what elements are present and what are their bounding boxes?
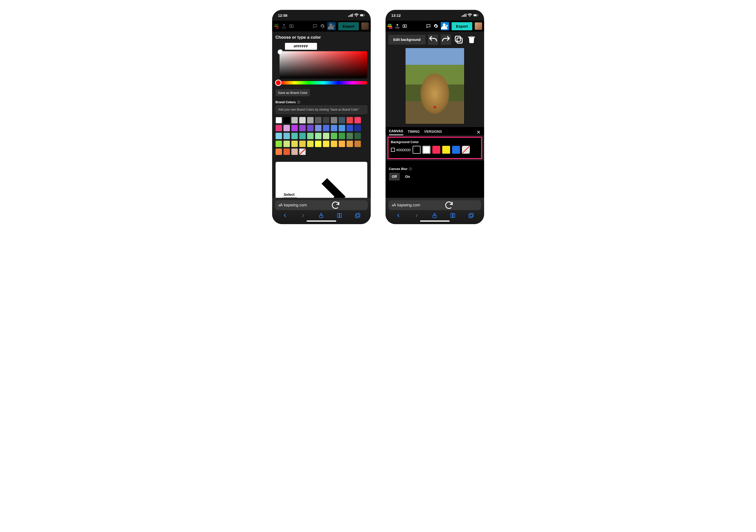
select-color-button[interactable]: Select #FFFFFF (276, 162, 367, 198)
upload-icon[interactable] (282, 24, 286, 29)
hex-display[interactable]: #FFFFFF (285, 43, 317, 50)
color-swatch[interactable] (315, 117, 321, 123)
export-button[interactable]: Export (451, 22, 472, 30)
color-swatch[interactable] (291, 148, 298, 155)
back-icon[interactable] (395, 213, 401, 218)
color-swatch[interactable] (331, 133, 337, 139)
blur-off-button[interactable]: Off (389, 173, 400, 181)
url-bar[interactable]: AA kapwing.com (275, 200, 368, 210)
delete-button[interactable] (466, 35, 477, 45)
saturation-value-area[interactable] (280, 51, 367, 78)
color-swatch[interactable] (315, 140, 321, 147)
add-user-button[interactable] (441, 22, 449, 30)
bg-color-swatch[interactable] (442, 146, 450, 154)
color-swatch[interactable] (291, 133, 298, 139)
text-size-icon[interactable]: AA (279, 203, 283, 207)
help-icon[interactable]: ? (409, 167, 412, 170)
color-swatch[interactable] (299, 117, 306, 123)
url-bar[interactable]: AA kapwing.com (389, 200, 481, 210)
color-swatch[interactable] (323, 125, 329, 131)
color-swatch[interactable] (291, 140, 298, 147)
color-swatch[interactable] (307, 117, 313, 123)
color-swatch[interactable] (331, 125, 337, 131)
upload-icon[interactable] (395, 24, 400, 29)
color-swatch[interactable] (323, 133, 329, 139)
edit-background-button[interactable]: Edit background (389, 35, 425, 44)
sv-cursor[interactable] (278, 49, 283, 55)
bg-color-swatch[interactable] (413, 146, 420, 154)
color-swatch[interactable] (347, 140, 353, 147)
tab-canvas[interactable]: CANVAS (389, 129, 403, 135)
color-swatch[interactable] (339, 133, 345, 139)
color-swatch[interactable] (323, 117, 329, 123)
color-swatch[interactable] (284, 125, 290, 131)
undo-button[interactable] (428, 35, 438, 45)
save-brand-color-button[interactable]: Save as Brand Color (276, 89, 310, 96)
canvas-preview[interactable] (386, 48, 484, 127)
color-swatch[interactable] (284, 140, 290, 147)
color-swatch[interactable] (331, 140, 337, 147)
gear-icon[interactable] (320, 24, 325, 29)
close-icon[interactable]: ✕ (476, 129, 481, 135)
color-swatch[interactable] (355, 125, 361, 131)
color-swatch[interactable] (276, 117, 282, 123)
color-swatch[interactable] (276, 148, 282, 155)
color-swatch[interactable] (347, 125, 353, 131)
color-swatch[interactable] (347, 133, 353, 139)
color-swatch[interactable] (355, 133, 361, 139)
color-swatch[interactable] (276, 125, 282, 131)
avatar[interactable] (475, 22, 482, 30)
bookmarks-icon[interactable] (337, 213, 342, 218)
color-swatch[interactable] (323, 140, 329, 147)
bg-hex-field[interactable]: #000000 (391, 148, 411, 152)
color-swatch[interactable] (315, 125, 321, 131)
copy-button[interactable] (453, 35, 464, 45)
tab-versions[interactable]: VERSIONS (424, 130, 442, 135)
gear-icon[interactable] (433, 24, 438, 29)
blur-on-button[interactable]: On (402, 173, 413, 181)
bookmarks-icon[interactable] (450, 213, 456, 218)
bg-color-swatch[interactable] (432, 146, 440, 154)
tab-timing[interactable]: TIMING (408, 130, 420, 135)
transparent-swatch[interactable] (299, 148, 306, 155)
avatar[interactable] (361, 22, 369, 30)
color-swatch[interactable] (299, 140, 306, 147)
tabs-icon[interactable] (355, 213, 361, 218)
color-swatch[interactable] (284, 148, 290, 155)
color-swatch[interactable] (307, 140, 313, 147)
share-icon[interactable] (432, 213, 438, 218)
comment-icon[interactable] (426, 24, 431, 29)
export-button[interactable]: Export (338, 22, 359, 30)
color-swatch[interactable] (291, 125, 298, 131)
color-swatch[interactable] (276, 133, 282, 139)
bg-color-swatch[interactable] (452, 146, 460, 154)
color-swatch[interactable] (307, 133, 313, 139)
media-icon[interactable] (289, 24, 294, 29)
hue-cursor[interactable] (275, 80, 282, 86)
help-icon[interactable]: ? (297, 101, 300, 104)
color-swatch[interactable] (315, 133, 321, 139)
add-user-button[interactable] (327, 22, 336, 30)
color-swatch[interactable] (307, 125, 313, 131)
media-icon[interactable] (402, 24, 407, 29)
color-swatch[interactable] (276, 140, 282, 147)
back-icon[interactable] (282, 213, 288, 218)
color-swatch[interactable] (355, 140, 361, 147)
redo-button[interactable] (441, 35, 451, 45)
color-swatch[interactable] (299, 125, 306, 131)
color-swatch[interactable] (284, 133, 290, 139)
color-swatch[interactable] (355, 117, 361, 123)
text-size-icon[interactable]: AA (392, 203, 396, 207)
color-swatch[interactable] (339, 140, 345, 147)
transparent-swatch[interactable] (462, 146, 470, 154)
color-swatch[interactable] (339, 125, 345, 131)
hue-slider[interactable] (276, 80, 367, 86)
reload-icon[interactable] (420, 200, 478, 210)
color-swatch[interactable] (299, 133, 306, 139)
share-icon[interactable] (318, 213, 324, 218)
bg-color-swatch[interactable] (422, 146, 430, 154)
color-swatch[interactable] (339, 117, 345, 123)
canvas-image[interactable] (405, 48, 464, 124)
color-swatch[interactable] (347, 117, 353, 123)
comment-icon[interactable] (312, 24, 317, 29)
